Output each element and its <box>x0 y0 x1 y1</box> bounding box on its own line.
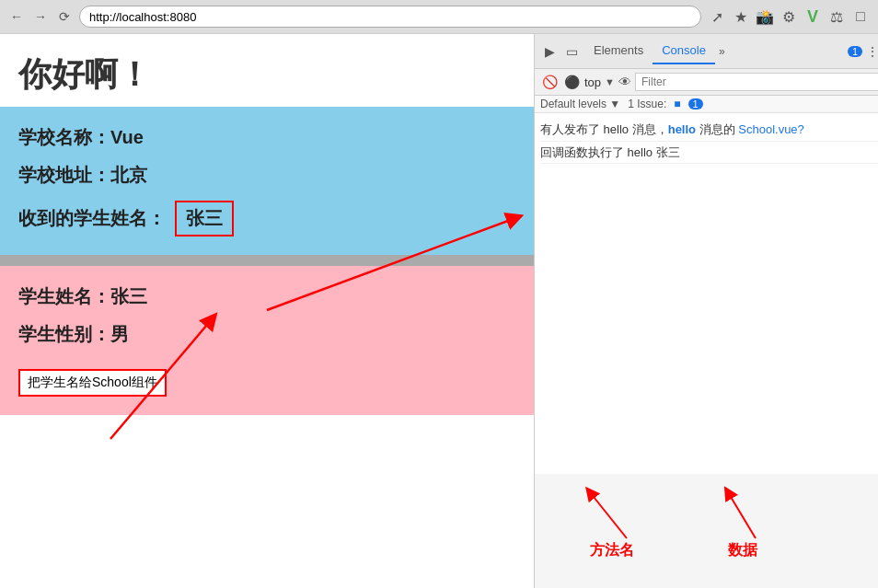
browser-toolbar: ← → ⟳ http://localhost:8080 ➚ ★ 📸 ⚙ V ⚖ … <box>0 0 878 33</box>
issue-count: 1 <box>688 98 703 110</box>
student-name-value: 张三 <box>110 286 147 306</box>
received-student-label: 收到的学生姓名： <box>18 206 166 231</box>
filter-input[interactable] <box>635 73 878 91</box>
forward-button[interactable]: → <box>31 7 50 26</box>
student-section: 学生姓名：张三 学生性别：男 把学生名给School组件 <box>0 266 534 415</box>
inspect-icon[interactable]: ▶ <box>540 42 559 61</box>
student-gender-label: 学生性别： <box>18 324 110 344</box>
issue-label: 1 Issue: <box>628 98 666 110</box>
received-student-value: 张三 <box>175 201 234 236</box>
hello-title: 你好啊！ <box>18 52 515 98</box>
console-link[interactable]: School.vue? <box>738 122 804 136</box>
console-output: 有人发布了 hello 消息，hello 消息的 School.vue? 回调函… <box>535 113 878 474</box>
school-name-row: 学校名称：Vue <box>18 125 515 150</box>
school-address-row: 学校地址：北京 <box>18 163 515 188</box>
school-address-label: 学校地址： <box>18 165 110 185</box>
eye-icon[interactable]: 👁 <box>618 75 631 89</box>
console-hello-word: hello <box>668 122 696 136</box>
console-toolbar: 🚫 ⚫ top ▼ 👁 <box>535 69 878 96</box>
student-gender-value: 男 <box>110 324 129 344</box>
top-selector: top <box>584 75 601 89</box>
main-area: 你好啊！ 学校名称：Vue 学校地址：北京 收到的学生姓名： 张三 <box>0 34 878 588</box>
url-text: http://localhost:8080 <box>89 10 196 24</box>
received-student-row: 收到的学生姓名： 张三 <box>18 201 515 236</box>
svg-text:方法名: 方法名 <box>589 541 634 558</box>
browser-chrome: ← → ⟳ http://localhost:8080 ➚ ★ 📸 ⚙ V ⚖ … <box>0 0 878 34</box>
school-address-value: 北京 <box>110 165 147 185</box>
top-dropdown-icon[interactable]: ▼ <box>605 76 615 87</box>
send-button[interactable]: 把学生名给School组件 <box>18 369 167 397</box>
devtools-panel: ▶ ▭ Elements Console » 1 ⋮ 🚫 ⚫ top ▼ 👁 <box>534 34 878 588</box>
address-bar[interactable]: http://localhost:8080 <box>79 6 701 28</box>
devtools-more-icon[interactable]: ⋮ <box>866 44 878 59</box>
extension-icon2[interactable]: ⚙ <box>779 6 799 27</box>
bookmark-icon[interactable]: ★ <box>731 6 751 27</box>
student-name-label: 学生姓名： <box>18 286 110 306</box>
hello-section: 你好啊！ <box>0 34 534 107</box>
school-section: 学校名称：Vue 学校地址：北京 收到的学生姓名： 张三 <box>0 107 534 255</box>
tab-elements[interactable]: Elements <box>584 38 653 64</box>
console-line-1: 有人发布了 hello 消息，hello 消息的 School.vue? <box>540 119 878 142</box>
annotation-arrows-svg: 方法名 数据 <box>553 483 866 566</box>
share-icon[interactable]: ➚ <box>707 6 727 27</box>
tab-more[interactable]: » <box>715 40 729 63</box>
svg-line-3 <box>728 492 756 538</box>
reload-button[interactable]: ⟳ <box>55 7 74 26</box>
devtools-levels-bar: Default levels ▼ 1 Issue: ■ 1 <box>535 96 878 113</box>
tab-console[interactable]: Console <box>653 38 715 64</box>
levels-dropdown[interactable]: Default levels ▼ <box>540 98 620 110</box>
extension-icon1[interactable]: 📸 <box>755 6 775 27</box>
page-content: 你好啊！ 学校名称：Vue 学校地址：北京 收到的学生姓名： 张三 <box>0 34 534 415</box>
console-line-2: 回调函数执行了 hello 张三 <box>540 142 878 165</box>
student-name-row: 学生姓名：张三 <box>18 284 515 309</box>
svg-line-2 <box>590 492 627 538</box>
school-name-label: 学校名称： <box>18 127 110 147</box>
extensions-icon[interactable]: ⚖ <box>826 6 847 27</box>
devtools-badge: 1 <box>848 46 862 57</box>
browser-page: 你好啊！ 学校名称：Vue 学校地址：北京 收到的学生姓名： 张三 <box>0 34 534 588</box>
gray-divider <box>0 255 534 266</box>
device-icon[interactable]: ▭ <box>562 42 581 61</box>
issue-icon: ■ <box>674 98 680 110</box>
clear-console-icon[interactable]: 🚫 <box>540 73 559 91</box>
toolbar-icons: ➚ ★ 📸 ⚙ V ⚖ □ <box>707 6 871 27</box>
svg-text:数据: 数据 <box>727 542 758 558</box>
extension-icon3[interactable]: V <box>803 6 823 27</box>
back-button[interactable]: ← <box>7 7 26 26</box>
no-entry-icon[interactable]: ⚫ <box>562 73 581 91</box>
student-gender-row: 学生性别：男 <box>18 322 515 347</box>
school-name-value: Vue <box>110 127 144 147</box>
annotations-area: 方法名 数据 <box>535 474 878 588</box>
maximize-icon[interactable]: □ <box>850 6 871 27</box>
